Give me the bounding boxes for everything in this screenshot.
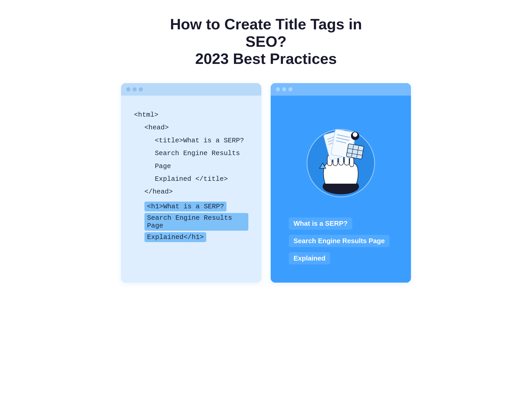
code-block: <html> <head> <title>What is a SERP? Sea…	[134, 109, 248, 198]
window-dot-1	[126, 87, 130, 91]
h1-highlighted-section: <h1>What is a SERP? Search Engine Result…	[134, 202, 248, 244]
serp-label-1-wrap: What is a SERP?	[289, 217, 393, 232]
h1-line-3-wrap: Explained</h1>	[134, 232, 248, 244]
code-head-close: </head>	[134, 185, 248, 198]
serp-label-2-wrap: Search Engine Results Page	[289, 235, 393, 250]
serp-illustration	[299, 116, 382, 200]
svg-rect-18	[346, 144, 364, 159]
code-card-body: <html> <head> <title>What is a SERP? Sea…	[121, 96, 261, 283]
svg-rect-6	[350, 157, 354, 167]
window-dot-r1	[276, 87, 280, 91]
h1-line-1-wrap: <h1>What is a SERP?	[134, 202, 248, 213]
code-head-open: <head>	[134, 121, 248, 134]
serp-card-body: What is a SERP? Search Engine Results Pa…	[271, 96, 411, 283]
svg-point-16	[353, 132, 357, 137]
cards-container: <html> <head> <title>What is a SERP? Sea…	[110, 83, 422, 283]
window-dot-r2	[282, 87, 286, 91]
code-card: <html> <head> <title>What is a SERP? Sea…	[121, 83, 261, 283]
serp-label-3: Explained	[289, 252, 330, 264]
illustration-area	[281, 106, 401, 210]
page-title: How to Create Title Tags in SEO? 2023 Be…	[149, 16, 383, 68]
serp-preview-card: What is a SERP? Search Engine Results Pa…	[271, 83, 411, 283]
h1-highlighted-1: <h1>What is a SERP?	[144, 202, 227, 211]
serp-label-2: Search Engine Results Page	[289, 235, 389, 247]
code-title-line3: Explained </title>	[134, 173, 248, 185]
code-title-line1: <title>What is a SERP?	[134, 134, 248, 147]
h1-highlighted-2: Search Engine Results Page	[144, 213, 248, 231]
window-dot-2	[132, 87, 137, 91]
serp-labels: What is a SERP? Search Engine Results Pa…	[281, 215, 401, 270]
window-dot-3	[139, 87, 143, 91]
code-title-line2: Search Engine Results Page	[134, 147, 248, 173]
window-dot-r3	[288, 87, 292, 91]
serp-label-1: What is a SERP?	[289, 217, 352, 230]
h1-highlighted-3: Explained</h1>	[144, 232, 206, 242]
h1-line-2-wrap: Search Engine Results Page	[134, 213, 248, 232]
card-header-left	[121, 83, 261, 96]
card-header-right	[271, 83, 411, 96]
serp-label-3-wrap: Explained	[289, 252, 393, 267]
code-html-open: <html>	[134, 109, 248, 121]
